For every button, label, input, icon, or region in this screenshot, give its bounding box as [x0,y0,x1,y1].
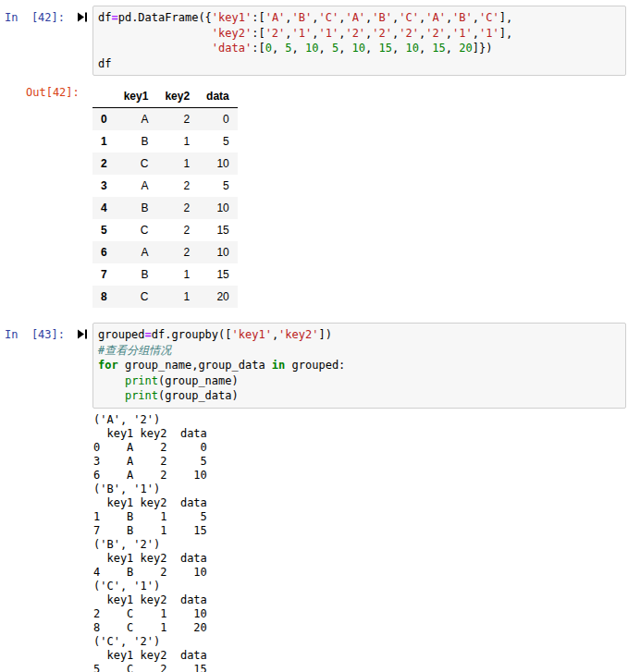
code-text[interactable]: grouped=df.groupby(['key1','key2']) #查看分… [98,327,621,404]
table-cell: 0 [198,108,238,131]
table-cell: 1 [156,263,198,286]
table-cell: 1 [156,286,198,308]
row-index-cell: 6 [92,241,116,263]
table-cell: A [116,241,157,263]
table-row: 5C215 [92,219,238,241]
table-cell: C [116,286,157,308]
prompt-column: In [43]: [0,323,92,342]
notebook: In [42]: df=pd.DataFrame({'key1':['A','B… [0,0,628,672]
table-header-cell: key2 [156,85,198,108]
row-index-cell: 8 [92,286,116,308]
table-cell: 10 [198,197,238,219]
row-index-cell: 4 [92,197,116,219]
table-row: 7B115 [92,263,238,286]
table-row: 8C120 [92,286,238,308]
code-cell-43: In [43]: grouped=df.groupby(['key1','key… [0,323,628,409]
table-row: 0A20 [92,108,238,131]
table-cell: 20 [198,286,238,308]
code-editor-43[interactable]: grouped=df.groupby(['key1','key2']) #查看分… [92,323,626,409]
table-cell: C [116,219,157,241]
output-prompt: Out[42]: [0,84,92,99]
table-row: 6A210 [92,241,238,263]
row-index-cell: 1 [92,130,116,153]
dataframe-table: key1key2data0A201B152C1103A254B2105C2156… [92,85,238,308]
table-cell: 2 [156,175,198,197]
table-cell: B [116,130,157,153]
table-row: 3A25 [92,175,238,197]
table-cell: 1 [156,153,198,175]
table-cell: 10 [198,153,238,175]
table-cell: 2 [156,241,198,263]
table-header-cell: key1 [116,85,157,108]
stdout-area-43: ('A', '2') key1 key2 data 0 A 2 0 3 A 2 … [0,413,628,672]
table-header-cell: data [198,85,238,108]
table-cell: 10 [198,241,238,263]
code-text[interactable]: df=pd.DataFrame({'key1':['A','B','C','A'… [98,10,621,71]
table-cell: 2 [156,219,198,241]
prompt-column: In [42]: [0,6,92,25]
stdout-text: ('A', '2') key1 key2 data 0 A 2 0 3 A 2 … [93,413,628,672]
table-cell: A [116,108,157,131]
step-forward-icon[interactable] [78,329,88,339]
table-row: 4B210 [92,197,238,219]
table-cell: B [116,197,157,219]
table-cell: 2 [156,197,198,219]
table-row: 1B15 [92,130,238,153]
row-index-cell: 0 [92,108,116,131]
table-cell: C [116,153,157,175]
code-editor-42[interactable]: df=pd.DataFrame({'key1':['A','B','C','A'… [92,6,626,76]
table-cell: A [116,175,157,197]
table-cell: B [116,263,157,286]
table-cell: 5 [198,175,238,197]
output-area-42: Out[42]: key1key2data0A201B152C1103A254B… [0,84,628,308]
row-index-cell: 3 [92,175,116,197]
table-cell: 5 [198,130,238,153]
table-header-cell [92,85,116,108]
table-cell: 15 [198,219,238,241]
row-index-cell: 7 [92,263,116,286]
table-row: 2C110 [92,153,238,175]
row-index-cell: 2 [92,153,116,175]
row-index-cell: 5 [92,219,116,241]
output-content: key1key2data0A201B152C1103A254B2105C2156… [92,84,628,308]
code-cell-42: In [42]: df=pd.DataFrame({'key1':['A','B… [0,6,628,76]
table-cell: 2 [156,108,198,131]
table-cell: 1 [156,130,198,153]
step-forward-icon[interactable] [78,12,88,22]
table-cell: 15 [198,263,238,286]
